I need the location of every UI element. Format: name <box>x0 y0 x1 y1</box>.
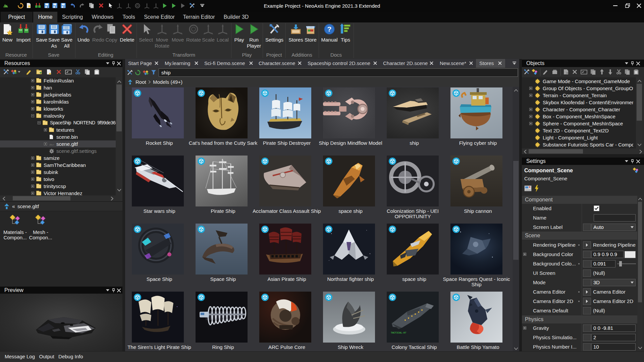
svg-text:TACTICAL-07: TACTICAL-07 <box>391 331 406 334</box>
svg-text:?: ? <box>327 25 332 33</box>
